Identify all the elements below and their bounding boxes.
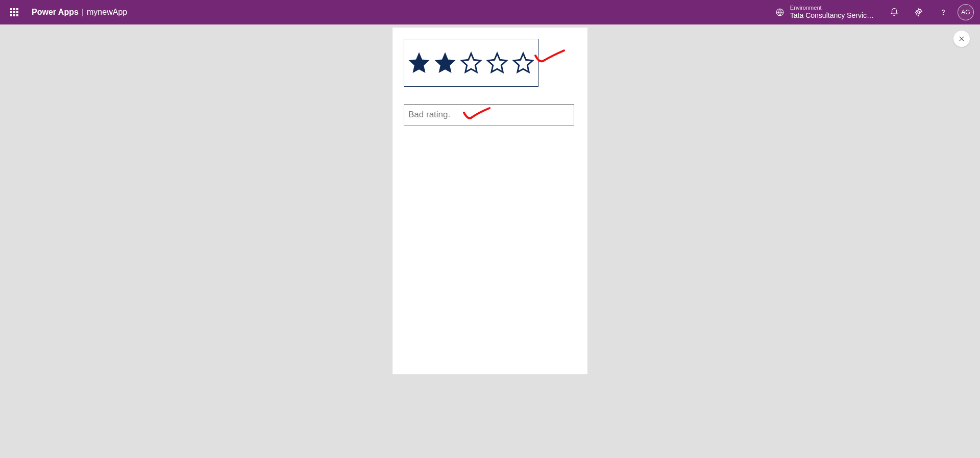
title-separator: |: [82, 8, 84, 17]
header-left: Power Apps | mynewApp: [6, 4, 127, 20]
environment-name: Tata Consultancy Servic…: [790, 11, 874, 20]
environment-picker[interactable]: Environment Tata Consultancy Servic…: [775, 5, 874, 20]
star-5[interactable]: [512, 52, 534, 74]
gear-icon: [914, 8, 923, 17]
waffle-icon[interactable]: [6, 4, 22, 20]
header-bar: Power Apps | mynewApp Environment Tata C…: [0, 0, 980, 24]
environment-icon: [775, 7, 785, 17]
product-name[interactable]: Power Apps: [32, 8, 79, 17]
app-canvas: Bad rating.: [393, 28, 587, 374]
star-4[interactable]: [486, 52, 508, 74]
settings-button[interactable]: [909, 2, 929, 22]
canvas-wrap: Bad rating.: [0, 24, 980, 374]
help-button[interactable]: [933, 2, 953, 22]
check-annotation-icon: [534, 48, 565, 68]
question-icon: [939, 8, 948, 17]
close-icon: [958, 35, 965, 42]
rating-control[interactable]: [404, 39, 538, 87]
header-right: Environment Tata Consultancy Servic… AG: [775, 2, 974, 22]
star-1[interactable]: [408, 52, 430, 74]
title-area: Power Apps | mynewApp: [32, 8, 127, 17]
rating-text-field[interactable]: Bad rating.: [404, 104, 574, 125]
notifications-button[interactable]: [884, 2, 904, 22]
close-button[interactable]: [953, 31, 970, 47]
avatar-initials: AG: [961, 9, 970, 16]
star-3[interactable]: [460, 52, 482, 74]
star-2[interactable]: [434, 52, 456, 74]
bell-icon: [890, 8, 899, 17]
svg-point-2: [943, 14, 943, 15]
avatar[interactable]: AG: [958, 4, 974, 20]
rating-text-value: Bad rating.: [408, 110, 450, 120]
environment-label: Environment: [790, 5, 874, 11]
app-name[interactable]: mynewApp: [87, 8, 127, 17]
